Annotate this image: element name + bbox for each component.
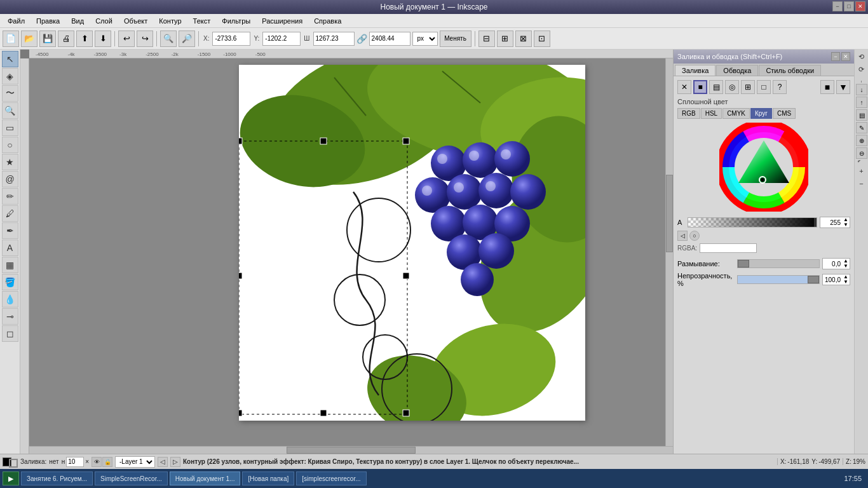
taskbar-item-0[interactable]: Занятие 6. Рисуем... (21, 471, 93, 485)
new-btn[interactable]: 📄 (3, 30, 19, 47)
blur-slider[interactable] (737, 259, 820, 268)
blur-value-input[interactable] (823, 260, 842, 268)
ellipse-tool[interactable]: ○ (2, 137, 18, 153)
star-tool[interactable]: ★ (2, 154, 18, 170)
minimize-button[interactable]: − (832, 1, 843, 11)
tab-stroke-style[interactable]: Стиль обводки (759, 65, 821, 76)
layer-icon1[interactable]: 👁 (92, 457, 102, 467)
redo-btn[interactable]: ↪ (137, 30, 153, 47)
zoom-out-btn[interactable]: 🔎 (179, 30, 195, 47)
fill-linear-btn[interactable]: ▤ (709, 80, 723, 94)
gradient-tool[interactable]: ▦ (2, 257, 18, 273)
menu-view[interactable]: Вид (66, 16, 89, 26)
text-tool[interactable]: A (2, 240, 18, 256)
rt-btn11[interactable]: − (856, 178, 867, 189)
alpha-value-input[interactable] (820, 219, 842, 227)
color-wheel-svg[interactable] (719, 123, 808, 212)
opacity-value-input[interactable] (823, 276, 842, 284)
rect-tool[interactable]: ▭ (2, 119, 18, 136)
menu-extensions[interactable]: Расширения (257, 16, 308, 26)
menu-help[interactable]: Справка (309, 16, 346, 26)
panel-tool-4[interactable]: ✎ (856, 122, 867, 133)
align-btn2[interactable]: ⊞ (497, 30, 513, 47)
pencil-tool[interactable]: ✏ (2, 188, 18, 205)
layer-nav-next[interactable]: ▷ (170, 457, 180, 467)
w-input[interactable] (313, 32, 355, 46)
align-btn3[interactable]: ⊠ (515, 30, 532, 47)
fill-edit-btn2[interactable]: ▼ (836, 80, 850, 94)
close-button[interactable]: ✕ (855, 1, 865, 11)
menu-object[interactable]: Объект (119, 16, 153, 26)
fill-radial-btn[interactable]: ◎ (725, 80, 739, 94)
taskbar-item-1[interactable]: SimpleScreenRecor... (95, 471, 168, 485)
calligraphy-tool[interactable]: ✒ (2, 222, 18, 239)
menu-file[interactable]: Файл (3, 16, 30, 26)
step-input[interactable] (66, 457, 84, 467)
color-extra-btn2[interactable]: ○ (689, 231, 700, 241)
panel-tool-5[interactable]: ⊕ (856, 135, 867, 146)
panel-tool-2[interactable]: ↑ (856, 97, 867, 108)
rt-btn1[interactable]: ⟲ (856, 51, 867, 62)
color-extra-btn1[interactable]: ◁ (677, 231, 688, 241)
panel-tool-3[interactable]: ▤ (856, 109, 867, 121)
vertical-scrollbar[interactable] (665, 58, 673, 446)
color-tab-rgb[interactable]: RGB (677, 108, 700, 119)
menu-filters[interactable]: Фильтры (217, 16, 255, 26)
y-input[interactable] (262, 32, 301, 46)
canvas-content[interactable] (29, 58, 673, 454)
menu-text[interactable]: Текст (188, 16, 216, 26)
menu-path[interactable]: Контур (154, 16, 186, 26)
layer-icon2[interactable]: 🔒 (102, 457, 112, 467)
spiral-tool[interactable]: @ (2, 171, 18, 187)
layer-nav-prev[interactable]: ◁ (158, 457, 168, 467)
menu-layer[interactable]: Слой (90, 16, 118, 26)
fill-swatch-btn[interactable]: □ (757, 80, 771, 94)
align-btn4[interactable]: ⊡ (534, 30, 550, 47)
panel-close-btn[interactable]: ✕ (841, 52, 850, 61)
tab-fill[interactable]: Заливка (675, 65, 715, 76)
horizontal-scrollbar[interactable] (29, 446, 673, 454)
link-proportions-icon[interactable]: 🔗 (356, 34, 367, 44)
color-tab-hsl[interactable]: HSL (701, 108, 722, 119)
select-tool[interactable]: ↖ (2, 51, 18, 67)
start-button[interactable]: ▶ (3, 471, 19, 485)
pen-tool[interactable]: 🖊 (2, 205, 18, 222)
tweak-tool[interactable]: 〜 (2, 85, 18, 102)
color-tab-wheel[interactable]: Круг (750, 108, 772, 119)
taskbar-item-3[interactable]: [Новая папка] (242, 471, 294, 485)
export-btn[interactable]: ⬇ (95, 30, 111, 47)
maximize-button[interactable]: □ (844, 1, 854, 11)
fill-tool[interactable]: 🪣 (2, 274, 18, 290)
alpha-down-btn[interactable]: ▼ (842, 222, 850, 227)
rt-btn10[interactable]: + (856, 165, 867, 177)
layer-select[interactable]: -Layer 1 (115, 456, 155, 468)
dropper-tool[interactable]: 💧 (2, 291, 18, 308)
fill-none-btn[interactable]: ✕ (677, 80, 691, 94)
print-btn[interactable]: 🖨 (58, 30, 74, 47)
fill-solid-btn[interactable]: ■ (693, 80, 707, 94)
rt-btn2[interactable]: ⟳ (856, 64, 867, 75)
panel-minimize-btn[interactable]: − (831, 52, 840, 61)
h-input[interactable] (369, 32, 410, 46)
x-input[interactable] (212, 32, 250, 46)
connector-tool[interactable]: ⊸ (2, 308, 18, 325)
zoom-in-btn[interactable]: 🔍 (160, 30, 177, 47)
fill-unknown-btn[interactable]: ? (773, 80, 787, 94)
change-button[interactable]: Менять (440, 30, 471, 47)
color-tab-cmyk[interactable]: CMYK (722, 108, 750, 119)
taskbar-item-2[interactable]: Новый документ 1... (170, 471, 241, 485)
eraser-tool[interactable]: ◻ (2, 325, 18, 342)
blur-down-btn[interactable]: ▼ (842, 264, 850, 269)
save-btn[interactable]: 💾 (39, 30, 56, 47)
panel-tool-6[interactable]: ⊖ (856, 147, 867, 159)
color-wheel-container[interactable] (677, 123, 850, 212)
opacity-slider[interactable] (737, 275, 820, 284)
node-tool[interactable]: ◈ (2, 68, 18, 85)
rgba-hex-input[interactable]: 000000ff (700, 243, 757, 253)
tab-stroke[interactable]: Обводка (716, 65, 758, 76)
open-btn[interactable]: 📂 (21, 30, 37, 47)
menu-edit[interactable]: Правка (31, 16, 65, 26)
align-btn1[interactable]: ⊟ (478, 30, 495, 47)
opacity-down-btn[interactable]: ▼ (842, 280, 850, 285)
fill-edit-btn1[interactable]: ■ (820, 80, 834, 94)
